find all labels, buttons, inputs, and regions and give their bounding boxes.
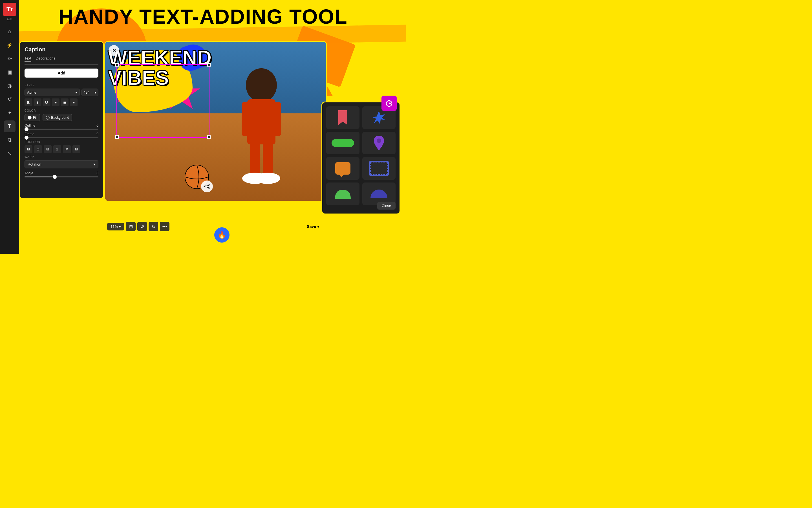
bg-color-dot xyxy=(46,116,50,120)
sidebar-item-text[interactable]: T xyxy=(4,120,15,132)
pin-shape-icon xyxy=(373,135,385,151)
font-size-select[interactable]: 494 ▾ xyxy=(82,89,98,96)
redo-button[interactable]: ↻ xyxy=(148,222,158,231)
halfcircle-shape xyxy=(370,189,388,198)
shape-pin-cell[interactable] xyxy=(362,132,396,154)
shape-bookmark-cell[interactable] xyxy=(326,107,359,129)
chevron-down-icon-warp: ▾ xyxy=(93,162,95,166)
fill-color-button[interactable]: Fill xyxy=(25,114,40,121)
resize-handle-tr[interactable] xyxy=(207,63,211,67)
svg-point-0 xyxy=(246,68,277,102)
outline-slider-thumb[interactable] xyxy=(25,127,29,131)
tab-text[interactable]: Text xyxy=(25,56,31,62)
shape-arch-cell[interactable] xyxy=(326,182,359,205)
frame-slider-track[interactable] xyxy=(25,137,98,138)
svg-rect-1 xyxy=(247,99,275,144)
share-icon xyxy=(204,184,210,189)
bold-button[interactable]: B xyxy=(25,98,33,107)
pos-top-center-button[interactable]: ⊡ xyxy=(34,145,42,153)
color-section-label: COLOR xyxy=(25,109,98,112)
svg-point-9 xyxy=(208,184,210,185)
save-button[interactable]: Save ▾ xyxy=(302,222,324,231)
chevron-down-icon: ▾ xyxy=(75,90,77,94)
align-left-button[interactable]: ≡ xyxy=(52,98,59,107)
frame-slider-thumb[interactable] xyxy=(25,136,29,140)
shape-pill-cell[interactable] xyxy=(326,132,359,154)
sidebar-item-sparkle[interactable]: ✦ xyxy=(4,107,15,119)
caption-panel: Caption Text Decorations Add STYLE Acme … xyxy=(19,41,104,199)
toolbar-left-group: 11% ▾ ⊞ ↺ ↻ ••• xyxy=(107,222,170,231)
sidebar-item-undo[interactable]: ↺ xyxy=(4,93,15,105)
outline-label: Outline xyxy=(25,124,35,127)
shape-halfcircle-cell[interactable] xyxy=(362,182,396,205)
chevron-down-icon-zoom: ▾ xyxy=(119,224,121,229)
close-shapes-button[interactable]: Close xyxy=(377,202,396,210)
align-right-button[interactable]: ≡ xyxy=(70,98,78,107)
svg-line-13 xyxy=(206,185,208,186)
zoom-select-button[interactable]: 11% ▾ xyxy=(107,223,124,230)
caption-tabs: Text Decorations xyxy=(25,56,98,65)
tab-decorations[interactable]: Decorations xyxy=(36,56,55,62)
text-element[interactable] xyxy=(117,64,210,138)
italic-button[interactable]: I xyxy=(34,98,41,107)
canvas-share-button[interactable] xyxy=(201,180,213,193)
frame-slider-row: Frame 0 xyxy=(25,132,98,138)
canvas-image: WEEKEND VIBES ✕ xyxy=(105,42,326,201)
fill-color-dot xyxy=(28,116,32,120)
svg-rect-3 xyxy=(273,102,281,136)
angle-label: Angle xyxy=(25,171,33,175)
undo-button[interactable]: ↺ xyxy=(137,222,147,231)
speech-shape xyxy=(335,162,351,175)
clock-icon xyxy=(385,99,393,107)
sidebar-item-stickers[interactable]: ◑ xyxy=(4,80,15,92)
pos-mid-left-button[interactable]: ⊡ xyxy=(53,145,61,153)
resize-handle-br[interactable] xyxy=(207,135,211,139)
align-center-button[interactable]: ≣ xyxy=(61,98,69,107)
resize-handle-tl[interactable] xyxy=(115,63,119,67)
color-row: Fill Background xyxy=(25,114,98,121)
svg-rect-2 xyxy=(242,102,250,136)
fill-label: Fill xyxy=(33,116,37,120)
pos-mid-right-button[interactable]: ⊡ xyxy=(73,145,80,153)
outline-slider-track[interactable] xyxy=(25,129,98,130)
svg-point-7 xyxy=(255,173,280,184)
pos-top-left-button[interactable]: ⊡ xyxy=(25,145,33,153)
canvas-close-button[interactable]: ✕ xyxy=(108,45,119,56)
caption-panel-title: Caption xyxy=(25,46,98,53)
star-shape-icon xyxy=(372,110,386,125)
underline-button[interactable]: U xyxy=(43,98,50,107)
font-name-value: Acme xyxy=(27,90,36,94)
add-button[interactable]: Add xyxy=(25,69,98,78)
zoom-value: 11% xyxy=(110,224,118,229)
flame-button[interactable]: 🔥 xyxy=(214,227,229,243)
pos-top-right-button[interactable]: ⊡ xyxy=(44,145,52,153)
edit-label: Edit xyxy=(7,17,12,21)
angle-slider-track[interactable] xyxy=(25,176,98,177)
font-name-select[interactable]: Acme ▾ xyxy=(25,89,80,96)
sidebar-item-layers[interactable]: ⧉ xyxy=(4,134,15,146)
sidebar-item-filters[interactable]: ⚡ xyxy=(4,39,15,51)
background-label: Background xyxy=(51,116,69,120)
sidebar-item-home[interactable]: ⌂ xyxy=(4,26,15,38)
sidebar-item-image[interactable]: ▣ xyxy=(4,66,15,78)
svg-point-10 xyxy=(205,186,206,187)
shape-speech-cell[interactable] xyxy=(326,157,359,180)
angle-slider-thumb[interactable] xyxy=(53,175,57,179)
save-label: Save xyxy=(307,224,316,229)
sidebar-item-transform[interactable]: ⤡ xyxy=(4,147,15,159)
background-color-button[interactable]: Background xyxy=(43,114,72,121)
resize-canvas-button[interactable]: ⊞ xyxy=(126,222,136,231)
more-options-button[interactable]: ••• xyxy=(160,222,170,231)
left-sidebar: Tt Edit ⌂ ⚡ ✏ ▣ ◑ ↺ ✦ T ⧉ ⤡ xyxy=(0,0,19,254)
warp-type-select[interactable]: Rotation ▾ xyxy=(25,160,98,168)
pos-center-button[interactable]: ⊕ xyxy=(63,145,71,153)
shapes-panel: Close xyxy=(321,101,400,214)
app-logo[interactable]: Tt xyxy=(3,3,16,16)
warp-type-value: Rotation xyxy=(28,162,41,166)
resize-handle-bl[interactable] xyxy=(115,135,119,139)
font-size-value: 494 xyxy=(84,90,90,94)
bottom-toolbar: 11% ▾ ⊞ ↺ ↻ ••• Save ▾ xyxy=(104,222,327,231)
shape-stamp-cell[interactable] xyxy=(362,157,396,180)
sidebar-item-pencil[interactable]: ✏ xyxy=(4,53,15,65)
warp-section-label: WARP xyxy=(25,156,98,159)
